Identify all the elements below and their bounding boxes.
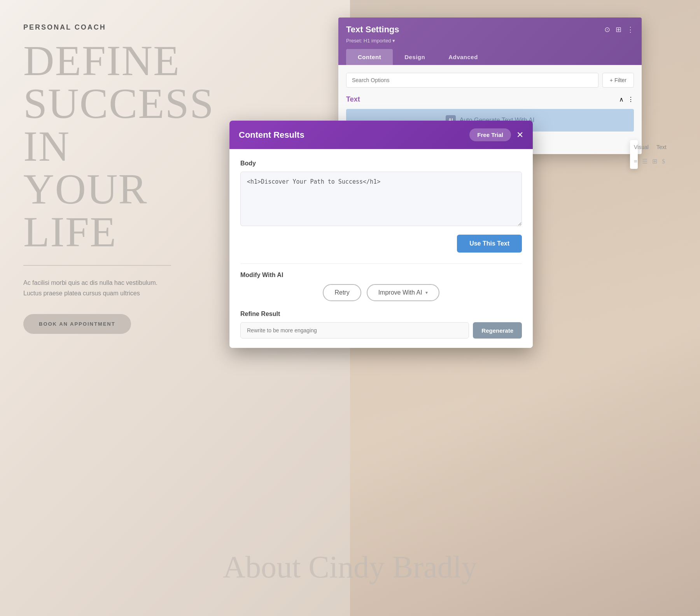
panel-header: Text Settings ⊙ ⊞ ⋮ Preset: H1 imported …: [338, 18, 642, 65]
screenshot-icon[interactable]: ⊙: [604, 25, 610, 34]
text-section-controls: ∧ ⋮: [619, 96, 634, 103]
collapse-up-icon[interactable]: ∧: [619, 96, 624, 103]
book-appointment-button[interactable]: BOOK AN APPOINTMENT: [23, 314, 131, 334]
panel-tabs: Content Design Advanced: [346, 49, 634, 65]
panel-title: Text Settings: [346, 25, 399, 35]
modal-divider: [240, 263, 522, 264]
tab-content[interactable]: Content: [346, 49, 393, 65]
panel-title-row: Text Settings ⊙ ⊞ ⋮: [346, 25, 634, 35]
improve-label: Improve With AI: [378, 289, 422, 296]
modify-section: Modify With AI Retry Improve With AI ▾: [240, 272, 522, 301]
hero-line1: DEFINE: [23, 39, 237, 82]
panel-icons: ⊙ ⊞ ⋮: [604, 25, 634, 34]
hero-line2: SUCCESS IN: [23, 82, 237, 168]
search-filter-row: + Filter: [346, 73, 634, 88]
tab-advanced[interactable]: Advanced: [437, 49, 490, 65]
align-left-icon[interactable]: ≡: [634, 158, 637, 165]
refine-label: Refine Result: [240, 311, 522, 318]
hero-line3: YOUR LIFE: [23, 168, 237, 253]
body-textarea[interactable]: <h1>Discover Your Path to Success</h1>: [240, 172, 522, 226]
content-results-modal: Content Results Free Trial ✕ Body <h1>Di…: [229, 121, 533, 348]
refine-section: Refine Result Regenerate: [240, 311, 522, 339]
body-text: Ac facilisi morbi quis ac dis nulla hac …: [23, 277, 167, 298]
modal-header-right: Free Trial ✕: [469, 128, 523, 141]
align-center-icon[interactable]: ☰: [642, 158, 648, 165]
tab-visual[interactable]: Visual: [634, 144, 649, 150]
personal-coach-label: PERSONAL COACH: [23, 23, 237, 32]
about-title: About Cindy Bradly: [0, 549, 700, 585]
grid-icon[interactable]: ⊞: [616, 25, 621, 34]
page-content: PERSONAL COACH DEFINE SUCCESS IN YOUR LI…: [23, 23, 237, 334]
more-options-icon[interactable]: ⋮: [627, 25, 634, 34]
improve-chevron-icon: ▾: [425, 290, 428, 295]
modal-title: Content Results: [239, 130, 304, 140]
text-section-header: Text ∧ ⋮: [346, 95, 634, 104]
hero-title: DEFINE SUCCESS IN YOUR LIFE: [23, 39, 237, 253]
about-section: About Cindy Bradly: [0, 549, 700, 585]
free-trial-badge[interactable]: Free Trial: [469, 128, 511, 141]
text-section-more-icon[interactable]: ⋮: [628, 96, 634, 103]
refine-input[interactable]: [240, 322, 469, 339]
text-section-title: Text: [346, 95, 360, 104]
currency-icon[interactable]: $: [662, 158, 665, 165]
tab-text[interactable]: Text: [656, 144, 667, 150]
filter-button[interactable]: + Filter: [602, 73, 634, 88]
refine-input-row: Regenerate: [240, 322, 522, 339]
modify-buttons: Retry Improve With AI ▾: [240, 284, 522, 301]
modify-label: Modify With AI: [240, 272, 522, 279]
table-icon[interactable]: ⊞: [652, 158, 657, 165]
right-toolbar: Visual Text ≡ ☰ ⊞ $: [630, 140, 638, 169]
search-options-input[interactable]: [346, 73, 598, 88]
retry-button[interactable]: Retry: [323, 284, 361, 301]
regenerate-button[interactable]: Regenerate: [473, 322, 522, 339]
use-this-text-button[interactable]: Use This Text: [457, 235, 522, 253]
modal-close-button[interactable]: ✕: [516, 130, 523, 140]
panel-preset[interactable]: Preset: H1 imported ▾: [346, 38, 634, 44]
improve-with-ai-button[interactable]: Improve With AI ▾: [367, 284, 439, 301]
modal-body: Body <h1>Discover Your Path to Success</…: [229, 149, 533, 348]
body-section-label: Body: [240, 160, 522, 167]
tab-design[interactable]: Design: [393, 49, 437, 65]
modal-header: Content Results Free Trial ✕: [229, 121, 533, 149]
divider-line: [23, 265, 171, 266]
